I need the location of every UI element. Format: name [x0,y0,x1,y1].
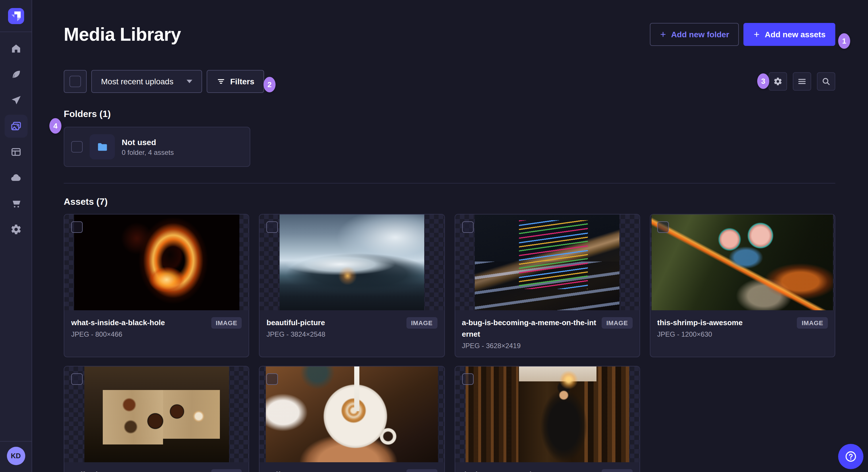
toolbar-left: Most recent uploads Filters [64,70,264,93]
home-icon [10,43,22,55]
help-button[interactable] [838,444,863,469]
add-new-folder-button[interactable]: Add new folder [650,23,739,46]
asset-checkbox[interactable] [71,222,83,233]
gear-icon [10,224,22,235]
header-actions: Add new folder Add new assets [650,23,835,46]
asset-photo-shrimp [652,214,833,310]
asset-type-badge: IMAGE [406,317,437,329]
annotation-badge-3: 3 [757,73,769,89]
folder-title: Not used [122,137,174,146]
asset-card[interactable]: coffee-art JPEG - 5824×3259 IMAGE [259,366,445,472]
asset-caption: a-bug-is-becoming-a-meme-on-the-internet… [455,310,640,357]
folder-subtitle: 0 folder, 4 assets [122,148,174,156]
asset-checkbox[interactable] [71,374,83,385]
sort-select[interactable]: Most recent uploads [91,70,202,93]
asset-card[interactable]: beautiful-picture JPEG - 3824×2548 IMAGE [259,214,445,358]
search-icon [822,77,831,86]
sidebar-item-marketplace[interactable] [4,192,27,215]
annotation-badge-1: 1 [838,33,850,49]
chevron-down-icon [187,80,192,83]
asset-title: coffee-art [267,469,326,472]
asset-checkbox[interactable] [267,222,278,233]
asset-checkbox[interactable] [267,374,278,385]
asset-title: the-internet-s-own-boy [462,469,543,472]
asset-grid: what-s-inside-a-black-hole JPEG - 800×46… [64,214,835,472]
section-divider [64,183,835,183]
select-all-button[interactable] [64,70,87,93]
asset-caption: beautiful-picture JPEG - 3824×2548 IMAGE [260,310,444,357]
plus-icon [753,31,760,38]
asset-card[interactable]: this-shrimp-is-awesome JPEG - 1200×630 I… [650,214,836,358]
asset-texts: the-internet-s-own-boy JPEG - 1200×707 [462,469,543,472]
folder-tile [90,134,115,160]
asset-texts: this-shrimp-is-awesome JPEG - 1200×630 [657,317,743,338]
sidebar-item-content-builder[interactable] [4,63,27,86]
avatar[interactable]: KD [7,447,25,465]
asset-type-badge: IMAGE [406,469,437,472]
asset-caption: coffee-beans JPEG - 5021×3347 IMAGE [64,463,249,472]
sidebar-item-media-library[interactable] [4,115,27,138]
asset-texts: what-s-inside-a-black-hole JPEG - 800×46… [71,317,165,338]
asset-title: beautiful-picture [267,317,326,329]
list-icon [797,77,807,86]
folder-texts: Not used 0 folder, 4 assets [122,137,174,156]
cloud-icon [10,172,22,183]
settings-view-button[interactable] [769,72,787,91]
select-all-checkbox[interactable] [69,76,81,87]
annotation-badge-4: 4 [50,118,61,134]
sidebar-nav [4,37,27,241]
sidebar: KD [0,0,32,472]
sidebar-item-release[interactable] [4,89,27,112]
add-new-folder-label: Add new folder [671,30,729,39]
folder-icon [96,140,108,153]
add-new-assets-button[interactable]: Add new assets [743,23,835,46]
asset-type-badge: IMAGE [211,317,242,329]
asset-thumbnail [64,214,249,310]
sidebar-item-cloud[interactable] [4,166,27,189]
media-library-app: KD Media Library Add new folder Add new … [0,0,868,472]
asset-photo-code-laptop [475,214,619,310]
asset-type-badge: IMAGE [601,469,632,472]
annotation-badge-2: 2 [264,77,276,92]
asset-card[interactable]: what-s-inside-a-black-hole JPEG - 800×46… [64,214,249,358]
sidebar-item-content-manager[interactable] [4,140,27,164]
asset-type-badge: IMAGE [601,317,632,329]
asset-card[interactable]: the-internet-s-own-boy JPEG - 1200×707 I… [454,366,640,472]
search-button[interactable] [817,72,835,91]
asset-checkbox[interactable] [462,222,473,233]
page-header: Media Library Add new folder Add new ass… [64,23,835,46]
folder-card[interactable]: Not used 0 folder, 4 assets [64,127,250,167]
asset-caption: the-internet-s-own-boy JPEG - 1200×707 I… [455,463,640,472]
asset-meta: JPEG - 800×466 [71,330,165,338]
feather-icon [10,69,22,80]
layout-icon [10,146,22,158]
list-view-button[interactable] [793,72,811,91]
asset-checkbox[interactable] [462,374,473,385]
asset-thumbnail [260,214,444,310]
sidebar-item-settings[interactable] [4,218,27,241]
assets-heading: Assets (7) [64,197,835,207]
main-content: Media Library Add new folder Add new ass… [32,0,868,472]
filters-label: Filters [230,77,254,86]
gear-icon [773,77,782,86]
asset-card[interactable]: a-bug-is-becoming-a-meme-on-the-internet… [454,214,640,358]
asset-card[interactable]: coffee-beans JPEG - 5021×3347 IMAGE [64,366,249,472]
toolbar: Most recent uploads Filters [64,70,835,93]
asset-type-badge: IMAGE [797,317,828,329]
sort-select-value: Most recent uploads [101,77,174,86]
sidebar-item-home[interactable] [4,37,27,60]
asset-type-badge: IMAGE [211,469,242,472]
asset-checkbox[interactable] [657,222,669,233]
asset-texts: a-bug-is-becoming-a-meme-on-the-internet… [462,317,597,350]
asset-photo-coffee-art [266,367,438,463]
asset-thumbnail [455,367,640,463]
page-title: Media Library [64,24,181,45]
filters-button[interactable]: Filters [207,70,264,93]
asset-title: a-bug-is-becoming-a-meme-on-the-internet [462,317,597,340]
asset-thumbnail [650,214,835,310]
asset-caption: coffee-art JPEG - 5824×3259 IMAGE [260,463,444,472]
strapi-logo[interactable] [8,8,24,24]
toolbar-right [769,72,835,91]
asset-meta: JPEG - 3824×2548 [267,330,326,338]
folder-checkbox[interactable] [71,141,83,153]
